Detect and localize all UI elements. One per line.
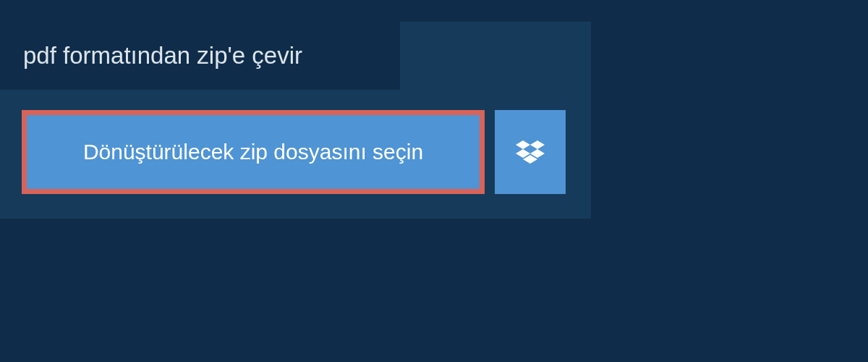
svg-marker-1 <box>530 140 545 149</box>
button-row: Dönüştürülecek zip dosyasını seçin <box>0 90 591 219</box>
dropbox-icon <box>516 138 545 167</box>
svg-marker-0 <box>516 140 530 149</box>
dropbox-button[interactable] <box>495 110 566 194</box>
select-file-label: Dönüştürülecek zip dosyasını seçin <box>83 140 423 164</box>
panel-header: pdf formatından zip'e çevir <box>0 22 400 90</box>
converter-panel: pdf formatından zip'e çevir Dönüştürülec… <box>0 22 591 219</box>
select-file-button[interactable]: Dönüştürülecek zip dosyasını seçin <box>22 110 485 194</box>
page-title: pdf formatından zip'e çevir <box>23 42 377 70</box>
